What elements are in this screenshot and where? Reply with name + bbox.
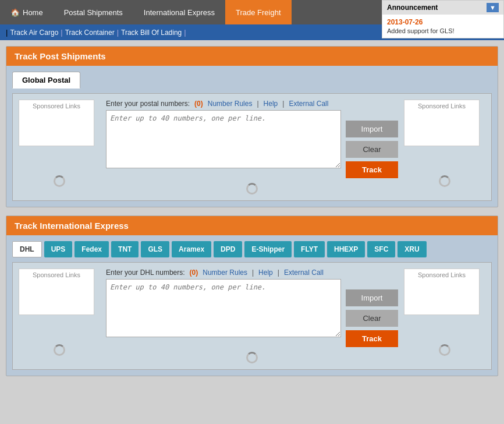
international-import-button[interactable]: Import: [346, 289, 398, 306]
international-help-link[interactable]: Help: [258, 268, 273, 277]
track-international-body: DHL UPS Fedex TNT GLS Aramex DPD E-Shipp…: [6, 235, 498, 376]
international-external-call-link[interactable]: External Call: [284, 268, 324, 277]
breadcrumb-track-bill-of-lading[interactable]: Track Bill Of Lading: [119, 29, 184, 37]
breadcrumb-track-air-cargo[interactable]: Track Air Cargo: [8, 29, 61, 37]
track-post-shipments-body: Global Postal Sponsored Links: [6, 66, 498, 207]
announcement-toggle-button[interactable]: ▼: [487, 3, 499, 12]
carrier-tab-aramex[interactable]: Aramex: [172, 241, 211, 257]
postal-track-button[interactable]: Track: [346, 161, 398, 178]
postal-sponsored-left: Sponsored Links: [19, 100, 100, 187]
carrier-tab-sfc[interactable]: SFC: [367, 241, 395, 257]
carrier-tab-dpd[interactable]: DPD: [214, 241, 242, 257]
carrier-tab-ups[interactable]: UPS: [44, 241, 73, 257]
carrier-tab-bar: DHL UPS Fedex TNT GLS Aramex DPD E-Shipp…: [12, 241, 492, 257]
nav-home-label: Home: [23, 8, 43, 17]
postal-tab-bar: Global Postal: [12, 72, 492, 89]
nav-international-express[interactable]: International Express: [133, 0, 225, 24]
postal-import-button[interactable]: Import: [346, 121, 398, 137]
international-form-row: Sponsored Links Enter your DHL numbers:(…: [19, 268, 485, 363]
postal-left-spinner: [54, 175, 65, 187]
international-track-input[interactable]: [106, 279, 341, 337]
postal-form-center: Enter your postal numbers:(0) Number Rul…: [106, 100, 398, 195]
breadcrumb-sep-3: |: [184, 28, 186, 37]
main-content: Track Post Shipments Global Postal Spons…: [0, 40, 504, 390]
international-input-label: Enter your DHL numbers:(0) Number Rules …: [106, 268, 398, 277]
international-left-spinner: [54, 344, 65, 356]
postal-external-call-link[interactable]: External Call: [289, 100, 328, 108]
announcement-body: 2013-07-26 Added support for GLS!: [382, 15, 503, 38]
international-btn-col: Import Clear Track: [346, 289, 398, 347]
announcement-date: 2013-07-26: [387, 18, 499, 26]
international-right-spinner: [439, 344, 450, 356]
carrier-tab-xru[interactable]: XRU: [397, 241, 426, 257]
breadcrumb-track-container[interactable]: Track Container: [63, 29, 117, 37]
announcement-title: Announcement: [387, 3, 438, 12]
international-clear-button[interactable]: Clear: [346, 310, 398, 327]
international-center-spinner: [246, 352, 258, 363]
postal-center-spinner: [246, 183, 258, 195]
postal-inner-panel: Sponsored Links Enter your postal number…: [12, 93, 492, 201]
track-international-header: Track International Express: [6, 216, 498, 235]
postal-track-input[interactable]: [106, 110, 341, 168]
postal-clear-button[interactable]: Clear: [346, 141, 398, 158]
postal-form-row: Sponsored Links Enter your postal number…: [19, 100, 485, 195]
postal-input-label: Enter your postal numbers:(0) Number Rul…: [106, 100, 398, 108]
tab-global-postal[interactable]: Global Postal: [12, 72, 80, 89]
announcement-panel: Announcement ▼ 2013-07-26 Added support …: [382, 0, 504, 38]
postal-btn-col: Import Clear Track: [346, 121, 398, 178]
postal-right-spinner: [439, 175, 450, 187]
carrier-tab-flyt[interactable]: FLYT: [294, 241, 325, 257]
carrier-tab-tnt[interactable]: TNT: [111, 241, 139, 257]
international-sponsored-right: Sponsored Links: [404, 268, 485, 356]
international-inner-panel: Sponsored Links Enter your DHL numbers:(…: [12, 262, 492, 370]
carrier-tab-hhexp[interactable]: HHEXP: [327, 241, 365, 257]
postal-sponsored-links-left: Sponsored Links: [19, 100, 94, 146]
international-sponsored-links-left: Sponsored Links: [19, 268, 94, 315]
nav-home[interactable]: 🏠 Home: [0, 0, 54, 24]
announcement-header: Announcement ▼: [382, 1, 503, 15]
postal-sponsored-right: Sponsored Links: [404, 100, 485, 187]
nav-postal-shipments[interactable]: Postal Shipments: [54, 0, 133, 24]
international-form-center: Enter your DHL numbers:(0) Number Rules …: [106, 268, 398, 363]
carrier-tab-eshipper[interactable]: E-Shipper: [244, 241, 292, 257]
home-icon: 🏠: [10, 8, 20, 17]
track-post-shipments-header: Track Post Shipments: [6, 47, 498, 66]
postal-help-link[interactable]: Help: [264, 100, 278, 108]
international-track-button[interactable]: Track: [346, 330, 398, 347]
international-sponsored-left: Sponsored Links: [19, 268, 100, 356]
international-number-rules-link[interactable]: Number Rules: [203, 268, 247, 277]
carrier-tab-dhl[interactable]: DHL: [12, 241, 42, 257]
track-international-panel: Track International Express DHL UPS Fede…: [6, 215, 498, 376]
carrier-tab-fedex[interactable]: Fedex: [74, 241, 109, 257]
nav-trade-freight[interactable]: Trade Freight: [225, 0, 292, 24]
international-sponsored-links-right: Sponsored Links: [404, 268, 480, 315]
announcement-text: Added support for GLS!: [387, 27, 499, 34]
postal-sponsored-links-right: Sponsored Links: [404, 100, 480, 146]
track-post-shipments-panel: Track Post Shipments Global Postal Spons…: [6, 46, 498, 207]
postal-number-rules-link[interactable]: Number Rules: [208, 100, 253, 108]
carrier-tab-gls[interactable]: GLS: [141, 241, 169, 257]
